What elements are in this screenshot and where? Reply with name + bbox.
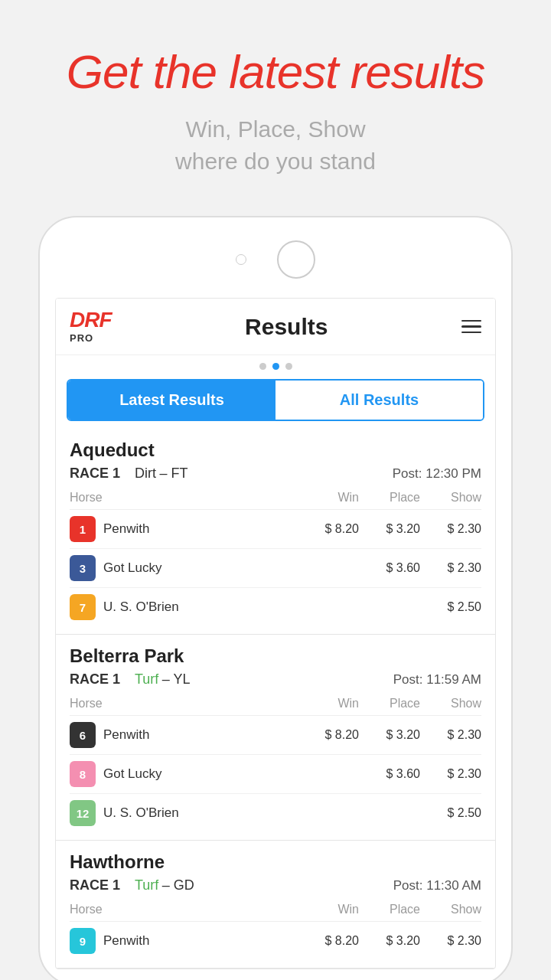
app-title: Results — [245, 314, 328, 340]
race-info-aqueduct: RACE 1 Dirt – FT Post: 12:30 PM — [70, 466, 481, 482]
horse-name-2: Got Lucky — [103, 560, 298, 576]
horse-row: 9 Penwith $ 8.20 $ 3.20 $ 2.30 — [70, 922, 481, 960]
col-show-label-b: Show — [420, 697, 481, 710]
drf-logo-text: DRF — [70, 309, 112, 331]
tab-latest-results[interactable]: Latest Results — [68, 381, 276, 420]
horse-badge-b1: 6 — [70, 722, 96, 748]
race-info-belterra: RACE 1 Turf – YL Post: 11:59 AM — [70, 671, 481, 688]
drf-logo: DRF PRO — [70, 309, 112, 344]
col-place-label-h: Place — [359, 903, 420, 916]
horse-show-b3: $ 2.50 — [420, 806, 481, 820]
horse-row: 3 Got Lucky $ 3.60 $ 2.30 — [70, 549, 481, 588]
race-num-belterra: RACE 1 — [70, 671, 120, 687]
hamburger-line-2 — [461, 325, 481, 328]
hero-section: Get the latest results Win, Place, Show … — [0, 0, 551, 201]
race-surface-aqueduct: Dirt — [135, 466, 156, 481]
horse-badge-b3: 12 — [70, 800, 96, 826]
horse-name-b3: U. S. O'Brien — [103, 805, 298, 821]
carousel-dots — [56, 355, 495, 376]
horse-show-1: $ 2.30 — [420, 522, 481, 536]
horse-name-3: U. S. O'Brien — [103, 599, 298, 615]
race-condition-aqueduct: FT — [171, 466, 187, 481]
horse-badge-3: 7 — [70, 594, 96, 620]
col-show-label: Show — [420, 491, 481, 505]
app-header: DRF PRO Results — [56, 299, 495, 355]
race-condition-hawthorne: GD — [174, 877, 194, 893]
phone-frame: DRF PRO Results Latest Results All Resul… — [38, 216, 513, 980]
dot-3[interactable] — [285, 363, 292, 370]
dot-2[interactable] — [272, 363, 279, 370]
col-win-label-b: Win — [298, 697, 359, 710]
horse-place-1: $ 3.20 — [359, 522, 420, 536]
hamburger-line-1 — [461, 320, 481, 322]
col-place-label-b: Place — [359, 697, 420, 710]
venue-name-aqueduct: Aqueduct — [70, 439, 481, 461]
col-headers-belterra: Horse Win Place Show — [70, 694, 481, 716]
venue-name-hawthorne: Hawthorne — [70, 851, 481, 873]
horse-name-b2: Got Lucky — [103, 766, 298, 782]
hero-subtitle-line2: where do you stand — [175, 149, 376, 174]
race-surface-belterra: Turf — [135, 671, 158, 687]
pro-logo-text: PRO — [70, 332, 93, 344]
tab-all-results[interactable]: All Results — [276, 381, 483, 420]
horse-name-h1: Penwith — [103, 933, 298, 949]
horse-row: 12 U. S. O'Brien $ 2.50 — [70, 794, 481, 832]
col-show-label-h: Show — [420, 903, 481, 916]
post-time-belterra: Post: 11:59 AM — [393, 672, 481, 688]
camera-icon — [236, 254, 246, 265]
col-horse-label-h: Horse — [70, 903, 298, 916]
hamburger-line-3 — [461, 332, 481, 334]
horse-row: 8 Got Lucky $ 3.60 $ 2.30 — [70, 755, 481, 794]
horse-row: 1 Penwith $ 8.20 $ 3.20 $ 2.30 — [70, 510, 481, 549]
col-horse-label-b: Horse — [70, 697, 298, 710]
hero-subtitle-line1: Win, Place, Show — [185, 116, 365, 142]
race-surface-hawthorne: Turf — [135, 877, 158, 893]
race-section-hawthorne: Hawthorne RACE 1 Turf – GD Post: 11:30 A… — [56, 841, 495, 969]
col-headers-hawthorne: Horse Win Place Show — [70, 900, 481, 922]
col-win-label-h: Win — [298, 903, 359, 916]
race-details-belterra: RACE 1 Turf – YL — [70, 671, 190, 688]
horse-place-h1: $ 3.20 — [359, 934, 420, 948]
col-place-label: Place — [359, 491, 420, 505]
col-win-label: Win — [298, 491, 359, 505]
race-details-aqueduct: RACE 1 Dirt – FT — [70, 466, 187, 482]
horse-win-1: $ 8.20 — [298, 522, 359, 536]
horse-badge-2: 3 — [70, 555, 96, 581]
race-condition-belterra: YL — [173, 671, 190, 687]
horse-show-2: $ 2.30 — [420, 561, 481, 575]
horse-win-h1: $ 8.20 — [298, 934, 359, 948]
phone-top-bar — [55, 233, 496, 286]
venue-name-belterra: Belterra Park — [70, 645, 481, 667]
horse-badge-b2: 8 — [70, 761, 96, 787]
horse-show-h1: $ 2.30 — [420, 934, 481, 948]
race-num-aqueduct: RACE 1 — [70, 466, 120, 481]
tab-bar: Latest Results All Results — [67, 379, 484, 421]
horse-badge-1: 1 — [70, 516, 96, 542]
horse-row: 7 U. S. O'Brien $ 2.50 — [70, 588, 481, 626]
horse-show-b2: $ 2.30 — [420, 767, 481, 781]
post-time-aqueduct: Post: 12:30 PM — [393, 466, 481, 482]
hero-title: Get the latest results — [31, 46, 520, 98]
horse-show-3: $ 2.50 — [420, 600, 481, 614]
horse-win-b1: $ 8.20 — [298, 728, 359, 742]
horse-show-b1: $ 2.30 — [420, 728, 481, 742]
col-headers-aqueduct: Horse Win Place Show — [70, 488, 481, 510]
horse-name-1: Penwith — [103, 521, 298, 537]
speaker-icon — [277, 240, 315, 279]
menu-button[interactable] — [461, 320, 481, 334]
horse-row: 6 Penwith $ 8.20 $ 3.20 $ 2.30 — [70, 716, 481, 755]
dot-1[interactable] — [259, 363, 266, 370]
horse-place-b2: $ 3.60 — [359, 767, 420, 781]
race-num-hawthorne: RACE 1 — [70, 877, 120, 893]
horse-place-2: $ 3.60 — [359, 561, 420, 575]
hero-subtitle: Win, Place, Show where do you stand — [31, 113, 520, 178]
horse-badge-h1: 9 — [70, 928, 96, 954]
post-time-hawthorne: Post: 11:30 AM — [393, 878, 481, 893]
race-info-hawthorne: RACE 1 Turf – GD Post: 11:30 AM — [70, 877, 481, 893]
race-section-belterra: Belterra Park RACE 1 Turf – YL Post: 11:… — [56, 635, 495, 841]
horse-place-b1: $ 3.20 — [359, 728, 420, 742]
horse-name-b1: Penwith — [103, 727, 298, 743]
app-container: DRF PRO Results Latest Results All Resul… — [55, 298, 496, 969]
col-horse-label: Horse — [70, 491, 298, 505]
race-section-aqueduct: Aqueduct RACE 1 Dirt – FT Post: 12:30 PM… — [56, 429, 495, 635]
